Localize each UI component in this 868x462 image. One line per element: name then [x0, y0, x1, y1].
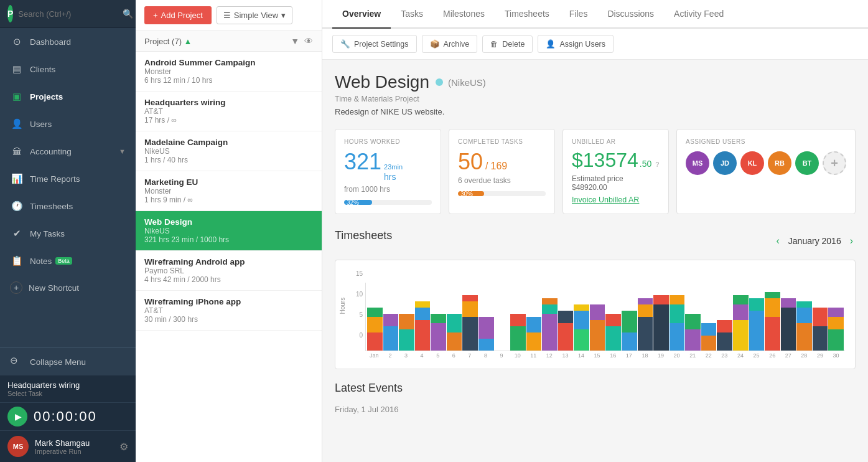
- hours-worked-value: 321: [344, 149, 381, 175]
- assign-users-button[interactable]: 👤 Assign Users: [538, 35, 614, 53]
- eye-icon[interactable]: 👁: [304, 36, 313, 46]
- x-label: 8: [478, 352, 493, 359]
- prev-month-button[interactable]: ‹: [774, 234, 782, 248]
- timesheets-icon: 🕐: [10, 199, 24, 213]
- tab-milestones[interactable]: Milestones: [433, 0, 495, 29]
- tab-overview[interactable]: Overview: [332, 0, 391, 29]
- tab-timesheets[interactable]: Timesheets: [495, 0, 559, 29]
- sidebar-item-label: Notes: [30, 257, 52, 266]
- list-item[interactable]: Wireframing iPhone app AT&T 30 min / 300…: [136, 291, 322, 331]
- add-user-button[interactable]: +: [823, 151, 846, 175]
- tab-activity-feed[interactable]: Activity Feed: [664, 0, 734, 29]
- add-project-label: Add Project: [161, 11, 203, 20]
- projects-header: + Add Project ☰ Simple View ▾: [136, 0, 322, 31]
- filter-icon[interactable]: ▼: [291, 36, 299, 46]
- x-label: 21: [685, 352, 701, 359]
- tab-discussions[interactable]: Discussions: [597, 0, 664, 29]
- chevron-down-icon: ▾: [281, 11, 286, 20]
- x-label: 23: [717, 352, 732, 359]
- projects-count-label: Project (7) ▲: [144, 37, 291, 46]
- sidebar-item-timesheets[interactable]: 🕐 Timesheets: [0, 192, 136, 220]
- bar-group: [717, 320, 732, 351]
- bar-group: [749, 298, 765, 351]
- chart-bars-area: [365, 283, 845, 351]
- view-toggle-button[interactable]: ☰ Simple View ▾: [217, 6, 292, 24]
- x-label: 30: [828, 352, 844, 359]
- bar-group: [526, 317, 542, 351]
- bar-group: [781, 298, 796, 351]
- bar-group: [542, 298, 558, 351]
- users-icon: 👤: [10, 117, 24, 131]
- x-labels-row: Jan2345678910111213141516171819202122232…: [365, 351, 845, 359]
- x-label: 22: [701, 352, 716, 359]
- invoice-unbilled-link[interactable]: Invoice Unbilled AR: [572, 196, 660, 204]
- x-label: 24: [733, 352, 749, 359]
- bar-group: [431, 314, 446, 351]
- search-icon[interactable]: 🔍: [123, 9, 133, 19]
- overdue-tasks-note: 6 overdue tasks: [458, 176, 546, 185]
- list-item[interactable]: Wireframing Android app Paymo SRL 4 hrs …: [136, 251, 322, 291]
- sidebar-item-accounting[interactable]: 🏛 Accounting ▼: [0, 138, 136, 165]
- sidebar-item-projects[interactable]: ▣ Projects: [0, 83, 136, 110]
- project-name: Madelaine Campaign: [144, 138, 313, 147]
- list-item[interactable]: Madelaine Campaign NikeUS 1 hrs / 40 hrs: [136, 131, 322, 171]
- view-label: Simple View: [234, 11, 278, 20]
- sidebar-item-label: Clients: [30, 65, 55, 74]
- sidebar-item-clients[interactable]: ▤ Clients: [0, 55, 136, 83]
- tab-tasks[interactable]: Tasks: [391, 0, 433, 29]
- bar-group: [796, 301, 812, 351]
- x-label: 14: [574, 352, 589, 359]
- stats-row: HOURS WORKED 321 23min hrs from 1000 hrs…: [335, 129, 856, 214]
- latest-events-section: Latest Events Friday, 1 Jul 2016: [335, 382, 856, 414]
- project-hours: 321 hrs 23 min / 1000 hrs: [144, 235, 313, 244]
- collapse-menu-label: Collapse Menu: [30, 357, 86, 367]
- tab-files[interactable]: Files: [559, 0, 598, 29]
- collapse-menu-btn[interactable]: ⊖ Collapse Menu: [0, 348, 136, 375]
- bar-group: [447, 314, 462, 351]
- project-client: NikeUS: [144, 147, 313, 156]
- sidebar-item-label: Users: [30, 120, 52, 129]
- list-item[interactable]: Android Summer Campaign Monster 6 hrs 12…: [136, 52, 322, 92]
- search-input[interactable]: [18, 9, 123, 19]
- next-month-button[interactable]: ›: [847, 234, 856, 248]
- x-label: 2: [383, 352, 398, 359]
- project-client: AT&T: [144, 306, 313, 315]
- task-bar: Headquarters wiring Select Task: [0, 375, 136, 402]
- completed-tasks-card: COMPLETED TASKS 50 / 169 6 overdue tasks…: [449, 129, 555, 214]
- sidebar-item-dashboard[interactable]: ⊙ Dashboard: [0, 28, 136, 55]
- avatar: RB: [768, 151, 791, 175]
- timesheets-section: Timesheets ‹ January 2016 › 15 10 5 0: [335, 229, 856, 369]
- project-settings-button[interactable]: 🔧 Project Settings: [332, 35, 417, 53]
- bar-group: [478, 317, 494, 351]
- filter-icons: ▼ 👁: [291, 36, 313, 46]
- x-label: 20: [669, 352, 684, 359]
- list-item[interactable]: Web Design NikeUS 321 hrs 23 min / 1000 …: [136, 211, 322, 251]
- delete-button[interactable]: 🗑 Delete: [482, 35, 533, 53]
- avatar: MS: [686, 151, 709, 175]
- chart-month-label: January 2016: [788, 236, 841, 246]
- x-label: 4: [414, 352, 430, 359]
- archive-button[interactable]: 📦 Archive: [422, 35, 478, 53]
- project-hours: 1 hrs / 40 hrs: [144, 156, 313, 164]
- hours-min: 23min: [384, 163, 403, 171]
- sidebar-item-notes[interactable]: 📋 Notes Beta: [0, 247, 136, 275]
- list-item[interactable]: Headquarters wiring AT&T 17 hrs / ∞: [136, 92, 322, 131]
- x-label: 17: [622, 352, 637, 359]
- settings-icon[interactable]: ⚙: [119, 441, 128, 453]
- project-client: NikeUS: [144, 227, 313, 235]
- select-task-link[interactable]: Select Task: [7, 390, 128, 397]
- info-icon[interactable]: ?: [655, 161, 659, 168]
- bar-group: [622, 311, 637, 351]
- project-hours: 6 hrs 12 min / 10 hrs: [144, 76, 313, 85]
- sidebar-item-users[interactable]: 👤 Users: [0, 110, 136, 138]
- add-project-button[interactable]: + Add Project: [144, 6, 212, 24]
- sidebar-item-my-tasks[interactable]: ✔ My Tasks: [0, 220, 136, 247]
- sidebar-item-time-reports[interactable]: 📊 Time Reports: [0, 165, 136, 192]
- sidebar-item-new-shortcut[interactable]: + New Shortcut: [0, 275, 136, 301]
- y-label-5: 5: [345, 311, 363, 318]
- action-bar: 🔧 Project Settings 📦 Archive 🗑 Delete 👤 …: [322, 29, 868, 60]
- timer-play-button[interactable]: ▶: [7, 407, 27, 427]
- list-item[interactable]: Marketing EU Monster 1 hrs 9 min / ∞: [136, 171, 322, 211]
- unbilled-ar-cents: .50: [640, 159, 651, 169]
- bar-group: [590, 304, 605, 351]
